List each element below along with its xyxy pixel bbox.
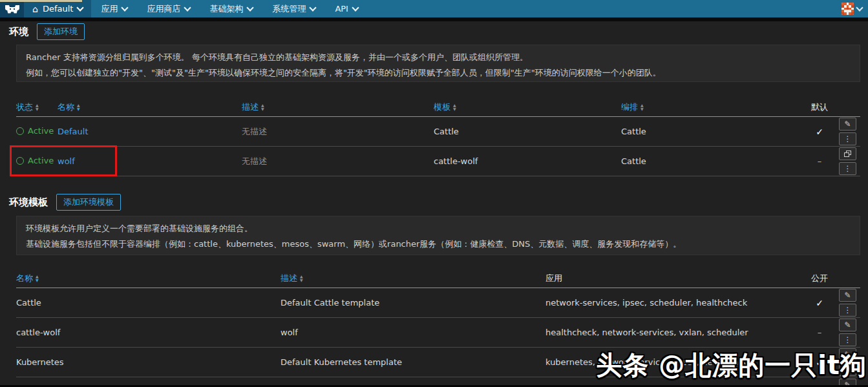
edit-template-button[interactable]: ✎	[839, 289, 856, 302]
template-apps: healthcheck, network-services, vxlan, sc…	[545, 328, 748, 337]
templates-section-title: 环境模板	[9, 196, 48, 209]
nav-item-label: 应用商店	[147, 3, 180, 15]
status-badge: Active	[16, 126, 54, 136]
sort-icon: ▲▼	[36, 275, 39, 282]
column-label: 名称	[58, 101, 74, 113]
environments-info-panel: Rancher 支持将资源分组归属到多个环境。 每个环境具有自己独立的基础架构资…	[16, 45, 860, 82]
template-name: Cattle	[16, 298, 41, 308]
sort-icon: ▲▼	[300, 275, 303, 282]
sort-header-template[interactable]: 模板▲▼	[434, 101, 456, 113]
templates-section-header: 环境模板 添加环境模板	[9, 194, 121, 211]
chevron-down-icon	[122, 4, 129, 11]
template-row-cattle-wolf: cattle-wolf wolf healthcheck, network-se…	[16, 318, 860, 348]
edit-icon: ✎	[844, 321, 851, 329]
environments-section-header: 环境 添加环境	[9, 23, 85, 40]
navbar-divider	[0, 17, 868, 21]
edit-environment-button[interactable]: ✎	[839, 118, 856, 131]
watermark-text: 头条 @北漂的一只it狗	[596, 348, 867, 383]
environment-row-wolf: Active wolf 无描述 cattle-wolf Cattle – ⋮	[16, 147, 860, 176]
templates-description-line1: 环境模板允许用户定义一个需要部署的基础设施服务的组合。	[26, 221, 851, 236]
row-menu-button[interactable]: ⋮	[839, 162, 856, 175]
default-dash: –	[818, 156, 822, 166]
user-menu[interactable]	[842, 0, 868, 17]
environments-table: 状态▲▼ 名称▲▼ 描述▲▼ 模板▲▼ 编排▲▼ 默认 Active Defau…	[16, 99, 860, 176]
column-label: 编排	[621, 101, 638, 113]
sort-header-name[interactable]: 名称▲▼	[58, 101, 80, 113]
copy-icon	[844, 151, 851, 157]
kebab-menu-icon: ⋮	[844, 336, 852, 344]
status-circle-icon	[16, 127, 24, 135]
chevron-down-icon	[184, 4, 191, 11]
default-checkmark: ✓	[816, 127, 823, 137]
chevron-down-icon	[77, 4, 84, 11]
public-checkmark: ✓	[816, 298, 823, 308]
environment-description: 无描述	[242, 156, 267, 166]
kebab-menu-icon: ⋮	[844, 135, 852, 143]
column-label: 模板	[434, 101, 450, 113]
column-header-public: 公开	[807, 273, 832, 284]
nav-item-label: 应用	[101, 3, 118, 15]
template-description: wolf	[281, 328, 298, 337]
nav-item-label: API	[335, 4, 348, 14]
column-label: 描述	[242, 101, 259, 113]
environments-table-header: 状态▲▼ 名称▲▼ 描述▲▼ 模板▲▼ 编排▲▼ 默认	[16, 99, 860, 117]
edit-icon: ✎	[844, 291, 851, 299]
template-name: cattle-wolf	[16, 328, 60, 337]
template-description: Default Cattle template	[281, 298, 379, 308]
environment-row-default: Active Default 无描述 Cattle Cattle ✓ ✎ ⋮	[16, 117, 860, 147]
row-menu-button[interactable]: ⋮	[839, 333, 856, 346]
environment-selector[interactable]: ⌂ Default	[24, 0, 91, 17]
edit-template-button[interactable]: ✎	[839, 319, 856, 331]
add-environment-template-button[interactable]: 添加环境模板	[56, 194, 121, 211]
top-navbar: ⌂ Default 应用 应用商店 基础架构 系统管理 API	[0, 0, 868, 17]
nav-item-apps[interactable]: 应用	[91, 0, 137, 17]
column-label: 状态	[16, 101, 33, 113]
sort-icon: ▲▼	[640, 103, 644, 111]
rancher-environments-page: ⌂ Default 应用 应用商店 基础架构 系统管理 API	[0, 0, 868, 387]
environment-description: 无描述	[242, 127, 267, 136]
environments-description-line2: 例如，您可以创建独立的"开发"、"测试"及"生产"环境以确保环境之间的安全隔离，…	[26, 65, 851, 81]
add-environment-button[interactable]: 添加环境	[37, 23, 85, 40]
environment-template: cattle-wolf	[434, 156, 478, 166]
template-name: Kubernetes	[16, 357, 64, 367]
home-icon: ⌂	[32, 5, 38, 14]
nav-item-admin[interactable]: 系统管理	[262, 0, 325, 17]
row-menu-button[interactable]: ⋮	[839, 304, 856, 317]
template-row-cattle: Cattle Default Cattle template network-s…	[16, 288, 860, 318]
rancher-cow-icon	[5, 5, 20, 14]
sort-icon: ▲▼	[77, 103, 80, 111]
user-avatar	[842, 3, 854, 15]
chevron-down-icon	[310, 4, 317, 11]
environment-orchestration: Cattle	[621, 156, 646, 166]
annotation-red-box	[10, 145, 117, 176]
nav-item-catalog[interactable]: 应用商店	[137, 0, 200, 17]
nav-item-api[interactable]: API	[325, 0, 368, 17]
sort-icon: ▲▼	[36, 103, 39, 111]
row-menu-button[interactable]: ⋮	[839, 132, 856, 145]
chevron-down-icon	[247, 4, 254, 11]
page-title: 环境	[9, 26, 28, 38]
sort-icon: ▲▼	[453, 103, 456, 111]
kebab-menu-icon: ⋮	[844, 306, 852, 314]
rancher-logo[interactable]	[0, 0, 24, 17]
switch-environment-button[interactable]	[839, 147, 856, 160]
sort-header-status[interactable]: 状态▲▼	[16, 101, 39, 113]
column-header-default: 默认	[807, 101, 832, 113]
kebab-menu-icon: ⋮	[844, 165, 852, 173]
environment-selector-label: Default	[43, 4, 74, 14]
sort-header-name[interactable]: 名称▲▼	[16, 273, 39, 284]
nav-item-label: 基础架构	[209, 3, 243, 15]
nav-item-infrastructure[interactable]: 基础架构	[200, 0, 262, 17]
top-left-strip	[0, 0, 82, 2]
sort-header-description[interactable]: 描述▲▼	[242, 101, 264, 113]
templates-table-header: 名称▲▼ 描述▲▼ 应用 公开	[16, 271, 860, 288]
sort-header-orchestration[interactable]: 编排▲▼	[621, 101, 644, 113]
column-label: 名称	[16, 273, 33, 284]
nav-item-label: 系统管理	[272, 3, 306, 15]
template-description: Default Kubernetes template	[281, 357, 402, 367]
sort-icon: ▲▼	[261, 103, 264, 111]
environment-name-link[interactable]: Default	[58, 127, 89, 136]
sort-header-description[interactable]: 描述▲▼	[281, 273, 303, 284]
chevron-down-icon	[856, 4, 863, 11]
environment-orchestration: Cattle	[621, 127, 646, 136]
